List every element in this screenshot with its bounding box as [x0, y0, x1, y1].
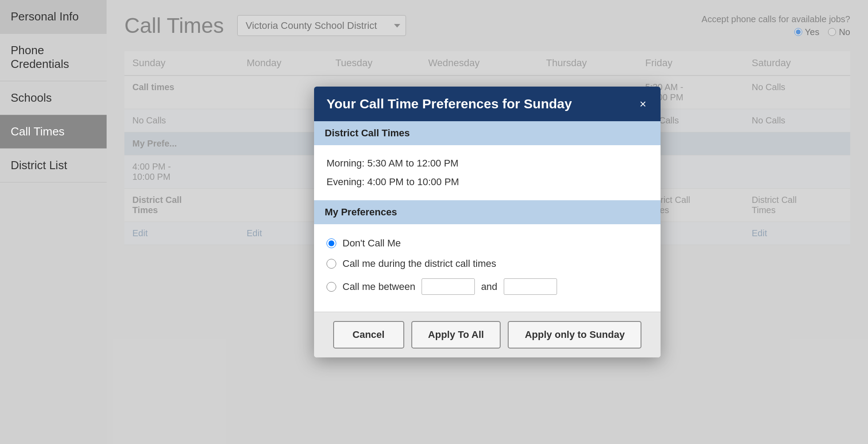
- district-times-section: Morning: 5:30 AM to 12:00 PM Evening: 4:…: [314, 145, 661, 200]
- cancel-button[interactable]: Cancel: [333, 321, 404, 349]
- app-container: Personal Info Phone Credentials Schools …: [0, 0, 868, 444]
- modal-footer: Cancel Apply To All Apply only to Sunday: [314, 312, 661, 357]
- sidebar-item-schools[interactable]: Schools: [0, 81, 107, 115]
- sidebar-item-phone-credentials[interactable]: Phone Credentials: [0, 34, 107, 81]
- pref-option-dont-call: Don't Call Me: [326, 233, 648, 254]
- between-to-input[interactable]: [504, 278, 557, 295]
- dont-call-radio[interactable]: [326, 238, 336, 248]
- between-radio[interactable]: [326, 282, 336, 292]
- modal: Your Call Time Preferences for Sunday × …: [314, 87, 661, 357]
- sidebar: Personal Info Phone Credentials Schools …: [0, 0, 107, 444]
- main-content: Call Times Victoria County School Distri…: [107, 0, 868, 444]
- preferences-section: Don't Call Me Call me during the distric…: [314, 224, 661, 312]
- modal-close-button[interactable]: ×: [638, 98, 648, 110]
- modal-title: Your Call Time Preferences for Sunday: [326, 96, 572, 111]
- apply-all-button[interactable]: Apply To All: [411, 321, 501, 349]
- modal-body: District Call Times Morning: 5:30 AM to …: [314, 121, 661, 312]
- apply-sunday-button[interactable]: Apply only to Sunday: [508, 321, 641, 349]
- call-me-between-label: Call me between: [342, 281, 415, 293]
- sidebar-item-district-list[interactable]: District List: [0, 149, 107, 182]
- and-label: and: [481, 281, 498, 293]
- modal-header: Your Call Time Preferences for Sunday ×: [314, 87, 661, 121]
- between-from-input[interactable]: [422, 278, 475, 295]
- district-times-radio[interactable]: [326, 259, 336, 269]
- morning-time: Morning: 5:30 AM to 12:00 PM: [326, 154, 648, 173]
- pref-option-district-times: Call me during the district call times: [326, 254, 648, 274]
- sidebar-item-personal-info[interactable]: Personal Info: [0, 0, 107, 34]
- my-preferences-section-header: My Preferences: [314, 200, 661, 224]
- pref-option-between: Call me between and: [326, 274, 648, 299]
- dont-call-label: Don't Call Me: [342, 238, 401, 249]
- sidebar-item-call-times[interactable]: Call Times: [0, 115, 107, 149]
- district-times-label: Call me during the district call times: [342, 258, 496, 270]
- district-section-header: District Call Times: [314, 121, 661, 145]
- evening-time: Evening: 4:00 PM to 10:00 PM: [326, 173, 648, 191]
